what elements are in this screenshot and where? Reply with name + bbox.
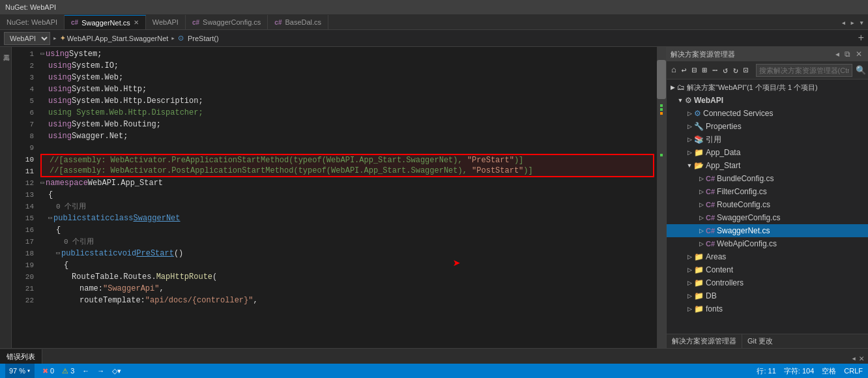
se-back-btn[interactable]: ⌂ [669, 64, 678, 76]
content-label: Content [706, 265, 733, 274]
bundleconfig-expand[interactable]: ▷ [697, 175, 706, 182]
tree-routeconfig[interactable]: ▷ C# RouteConfig.cs [667, 198, 868, 211]
collapse-15[interactable]: ▭ [48, 212, 52, 224]
bottom-pin-btn[interactable]: ◂ [851, 353, 856, 364]
se-collapse-all-btn[interactable]: ⊟ [690, 64, 699, 77]
collapse-12[interactable]: ▭ [40, 177, 44, 189]
project-expand[interactable]: ▼ [676, 97, 685, 104]
se-refresh-btn[interactable]: ↩ [680, 64, 689, 77]
collapse-18[interactable]: ▭ [56, 248, 60, 259]
status-zoom[interactable]: 97 % ▾ [5, 364, 35, 378]
ln-21: 21 [12, 283, 34, 295]
zoom-dropdown[interactable]: ▾ [27, 367, 31, 375]
status-nav-action[interactable]: ◇▾ [112, 367, 121, 375]
tree-db[interactable]: ▷ 📁 DB [667, 289, 868, 302]
breadcrumb-add-btn[interactable]: + [858, 33, 864, 44]
se-close-btn[interactable]: ✕ [854, 49, 864, 59]
appdata-expand[interactable]: ▷ [685, 149, 694, 156]
se-float-btn[interactable]: ⧉ [843, 49, 852, 59]
tree-appstart[interactable]: ▼ 📂 App_Start [667, 159, 868, 172]
tree-areas[interactable]: ▷ 📁 Areas [667, 250, 868, 263]
se-props-btn[interactable]: ⊞ [700, 64, 709, 77]
class-name-swaggernet[interactable]: SwaggerNet [133, 212, 180, 224]
filterconfig-expand[interactable]: ▷ [697, 188, 706, 195]
fonts-expand[interactable]: ▷ [685, 306, 694, 312]
code-line-11: //[assembly: WebActivator.PostApplicatio… [40, 166, 654, 177]
cs-expand[interactable]: ▷ [685, 110, 694, 117]
swaggerconfig-expand[interactable]: ▷ [697, 214, 706, 221]
breadcrumb-project-select[interactable]: WebAPI [4, 32, 50, 45]
solution-expand[interactable]: ▶ [668, 84, 677, 91]
se-sync-btn[interactable]: ↻ [731, 64, 740, 77]
tab-scroll-right[interactable]: ▸ [848, 16, 856, 29]
se-bottom-tab-git[interactable]: Git 更改 [742, 334, 778, 349]
nav-prev-icon: ← [82, 367, 89, 375]
se-toolbar: ⌂ ↩ ⊟ ⊞ ⋯ ↺ ↻ ⊡ 🔍 [667, 61, 868, 80]
tree-references[interactable]: ▷ 📚 引用 [667, 133, 868, 146]
filterconfig-label: FilterConfig.cs [717, 187, 767, 196]
tree-content[interactable]: ▷ 📁 Content [667, 263, 868, 276]
tree-fonts[interactable]: ▷ 📁 fonts [667, 302, 868, 315]
project-label: WebAPI [694, 96, 723, 105]
status-nav-next[interactable]: → [97, 367, 104, 375]
ln-10: 10 [12, 154, 34, 166]
ln-9: 9 [12, 142, 34, 154]
tab-swaggernet[interactable]: c# SwaggerNet.cs ✕ [65, 15, 146, 29]
se-refresh2-btn[interactable]: ↺ [721, 64, 730, 77]
tab-nuget[interactable]: NuGet: WebAPI [0, 15, 65, 29]
routeconfig-expand[interactable]: ▷ [697, 201, 706, 208]
status-encoding: CRLF [844, 367, 863, 375]
tree-swaggernet[interactable]: ▷ C# SwaggerNet.cs [667, 224, 868, 237]
tab-swaggerconfig[interactable]: c# SwaggerConfig.cs [186, 15, 268, 29]
tree-solution[interactable]: ▶ 🗂 解决方案"WebAPI"(1 个项目/共 1 个项目) [667, 81, 868, 94]
ln-2: 2 [12, 60, 34, 72]
tree-properties[interactable]: ▷ 🔧 Properties [667, 120, 868, 133]
code-line-2: using System.IO; [40, 60, 654, 72]
ln-19: 19 [12, 259, 34, 271]
se-pin-btn[interactable]: ◂ [833, 49, 841, 59]
breadcrumb-namespace[interactable]: ✦ WebAPI.App_Start.SwaggerNet [60, 35, 169, 42]
breadcrumb-method[interactable]: ⊙ PreStart() [178, 34, 219, 42]
tab-scroll-left[interactable]: ◂ [840, 16, 848, 29]
tree-swaggerconfig[interactable]: ▷ C# SwaggerConfig.cs [667, 211, 868, 224]
status-nav-prev[interactable]: ← [82, 367, 89, 375]
props-expand[interactable]: ▷ [685, 123, 694, 130]
tree-webapiconfig[interactable]: ▷ C# WebApiConfig.cs [667, 237, 868, 250]
se-tree[interactable]: ▶ 🗂 解决方案"WebAPI"(1 个项目/共 1 个项目) ▼ ⚙ WebA… [667, 80, 868, 334]
swaggernet-file-expand[interactable]: ▷ [697, 227, 706, 234]
db-expand[interactable]: ▷ [685, 293, 694, 299]
collapse-1[interactable]: ▭ [40, 48, 44, 60]
se-panel-actions: ◂ ⧉ ✕ [833, 49, 864, 59]
tree-filterconfig[interactable]: ▷ C# FilterConfig.cs [667, 185, 868, 198]
appstart-expand[interactable]: ▼ [685, 162, 694, 169]
tree-connected-services[interactable]: ▷ ⚙ Connected Services [667, 107, 868, 120]
tab-basdal[interactable]: c# BaseDal.cs [268, 15, 328, 29]
se-search-input[interactable] [756, 64, 852, 77]
tree-controllers[interactable]: ▷ 📁 Controllers [667, 276, 868, 289]
ref-expand[interactable]: ▷ [685, 136, 694, 143]
webapiconfig-expand[interactable]: ▷ [697, 240, 706, 247]
status-line-label: 行: 11 [757, 366, 775, 376]
code-content[interactable]: ▭ using System; using System.IO; using S… [38, 47, 657, 348]
se-show-all-btn[interactable]: ⋯ [710, 64, 719, 77]
tree-appdata[interactable]: ▷ 📁 App_Data [667, 146, 868, 159]
controllers-expand[interactable]: ▷ [685, 280, 694, 286]
se-bottom-tab-solution[interactable]: 解决方案资源管理器 [667, 334, 742, 349]
areas-expand[interactable]: ▷ [685, 254, 694, 260]
tree-project-webapi[interactable]: ▼ ⚙ WebAPI [667, 94, 868, 107]
tab-dropdown[interactable]: ▾ [858, 16, 865, 29]
method-prestart[interactable]: PreStart [136, 248, 174, 259]
status-warnings[interactable]: ⚠ 3 [62, 367, 74, 375]
editor-area[interactable]: 1 2 3 4 5 6 7 8 9 10 11 12 13 14 15 16 1… [12, 47, 666, 348]
content-expand[interactable]: ▷ [685, 267, 694, 273]
tab-webapi[interactable]: WebAPI [146, 15, 186, 29]
breadcrumb-arrow-1: ▸ [53, 34, 57, 42]
editor-scrollbar[interactable] [657, 47, 666, 348]
tab-swaggernet-close[interactable]: ✕ [134, 19, 139, 26]
tree-bundleconfig[interactable]: ▷ C# BundleConfig.cs [667, 172, 868, 185]
status-errors[interactable]: ✖ 0 [42, 367, 54, 375]
se-filter-btn[interactable]: ⊡ [742, 64, 751, 77]
se-search-btn[interactable]: 🔍 [854, 64, 868, 77]
bottom-close-btn[interactable]: ✕ [859, 353, 864, 364]
bottom-tab-errors[interactable]: 错误列表 [0, 349, 42, 364]
